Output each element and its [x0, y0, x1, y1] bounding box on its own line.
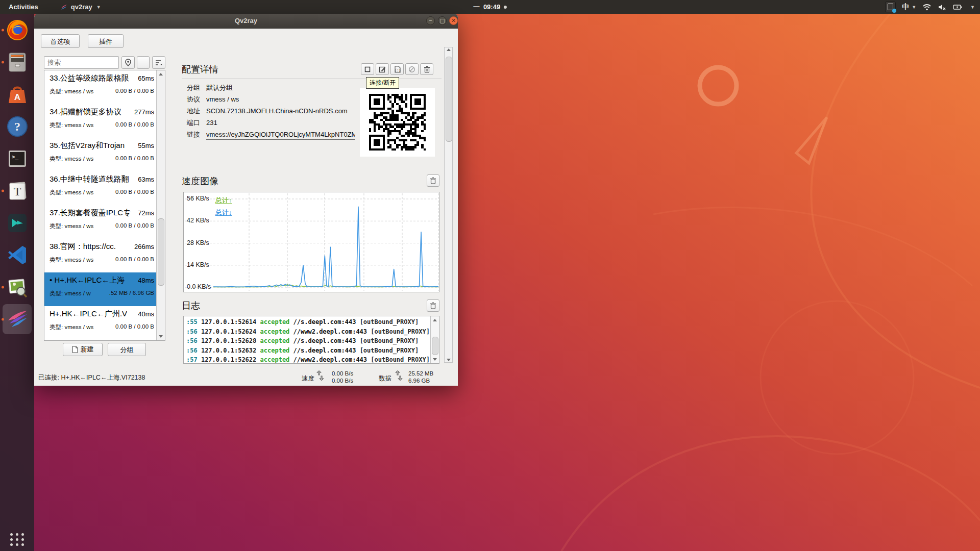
legend-total-download[interactable]: 总计↓ — [215, 208, 232, 217]
app-menu[interactable]: qv2ray ▼ — [60, 3, 101, 11]
field-value: 默认分组 — [206, 84, 233, 91]
activities-button[interactable]: Activities — [0, 0, 47, 14]
data-up-value: 25.52 MB — [408, 370, 433, 377]
scrollbar-thumb[interactable] — [446, 57, 452, 142]
dock-item-ubuntu-software[interactable]: A — [0, 78, 34, 110]
window-titlebar[interactable]: Qv2ray − ▢ ✕ — [34, 14, 458, 29]
server-name: 34.捐赠解锁更多协议 — [50, 107, 121, 117]
server-list-item[interactable]: 35.包括V2ray和Trojan55ms类型: vmess / ws0.00 … — [44, 138, 157, 171]
vscode-icon — [6, 243, 29, 267]
scroll-up-arrow-icon[interactable] — [157, 70, 165, 78]
server-list-item[interactable]: H+.HK←IPLC←广州.V40ms类型: vmess / ws0.00 B … — [44, 306, 157, 340]
scroll-up-arrow-icon[interactable] — [431, 316, 439, 324]
route-settings-button[interactable] — [405, 63, 419, 75]
y-axis-tick-label: 0.0 KB/s — [187, 283, 213, 290]
group-button[interactable]: 分组 — [108, 343, 146, 356]
speed-down-value: 0.00 B/s — [332, 377, 353, 384]
text-editor-icon: T — [6, 179, 29, 203]
server-list-scrollbar[interactable] — [156, 70, 165, 340]
plugins-label: 插件 — [99, 35, 112, 48]
server-ping: 277ms — [134, 108, 154, 116]
y-axis-tick-label: 28 KB/s — [187, 239, 213, 246]
clock-day: 一 — [473, 3, 480, 12]
clear-graph-button[interactable] — [427, 174, 439, 187]
dock-item-text-editor[interactable]: T — [0, 174, 34, 207]
show-applications-button[interactable] — [10, 533, 24, 546]
list-action-button[interactable] — [137, 56, 150, 69]
log-view[interactable]: :55 127.0.0.1:52614 accepted //s.deepl.c… — [183, 316, 439, 364]
qr-code — [360, 88, 435, 157]
edit-config-button[interactable] — [376, 63, 389, 75]
preferences-button[interactable]: 首选项 — [41, 34, 80, 48]
trash-icon — [424, 66, 430, 73]
close-button[interactable]: ✕ — [449, 16, 458, 25]
details-fields: 分组默认分组协议vmess / ws地址SCDN.72138.JMOFLH.Ch… — [187, 84, 355, 143]
battery-charging-icon[interactable] — [953, 3, 963, 11]
scroll-down-arrow-icon[interactable] — [445, 359, 452, 361]
dock-item-code-chevron-app[interactable] — [0, 207, 34, 239]
server-type: 类型: vmess / ws — [50, 155, 93, 163]
scrollbar-thumb[interactable] — [432, 337, 438, 355]
qv2ray-window: Qv2ray − ▢ ✕ 首选项 插件 33.公益等级線路嚴格限65ms类型: … — [34, 14, 458, 386]
scroll-down-arrow-icon[interactable] — [431, 356, 439, 363]
new-document-icon — [72, 346, 78, 353]
scroll-up-arrow-icon[interactable] — [445, 48, 452, 51]
log-scrollbar[interactable] — [430, 316, 439, 363]
connect-tooltip: 连接/断开 — [366, 77, 399, 89]
clock[interactable]: 一 09:49 — [473, 3, 507, 12]
sort-button[interactable] — [152, 56, 165, 69]
clear-log-button[interactable] — [427, 299, 439, 312]
connect-disconnect-button[interactable] — [361, 63, 374, 75]
server-list-item[interactable]: 38.官网：https://cc.266ms类型: vmess / ws0.00… — [44, 239, 157, 272]
dock-item-vscode[interactable] — [0, 239, 34, 271]
scroll-down-arrow-icon[interactable] — [157, 333, 165, 340]
server-list-item[interactable]: 36.中继中转隧道线路翻63ms类型: vmess / ws0.00 B / 0… — [44, 171, 157, 205]
language-indicator[interactable]: 中 ▼ — [902, 3, 916, 12]
up-down-arrows-icon — [395, 370, 404, 381]
up-down-arrows-icon — [316, 370, 325, 381]
log-section-title: 日志 — [182, 299, 200, 312]
plugins-button[interactable]: 插件 — [88, 34, 124, 48]
maximize-button[interactable]: ▢ — [438, 16, 447, 25]
wifi-icon[interactable] — [922, 3, 932, 11]
main-scrollbar[interactable] — [444, 47, 453, 363]
help-icon: ? — [6, 115, 29, 138]
dock-item-help[interactable]: ? — [0, 110, 34, 142]
server-list-item[interactable]: H+.HK←IPLC←广州.V — [44, 340, 157, 341]
server-list-item[interactable]: 37.长期套餐覆盖IPLC专72ms类型: vmess / ws0.00 B /… — [44, 205, 157, 239]
edit-json-button[interactable]: {:} — [390, 63, 404, 75]
field-label: 链接 — [187, 131, 202, 138]
server-traffic: 0.00 B / 0.00 B — [115, 155, 154, 163]
server-ping: 48ms — [138, 277, 154, 284]
input-method-icon[interactable] — [885, 2, 896, 12]
field-value[interactable]: vmess://eyJhZGQiOiJTQ0ROLjcyMTM4LkpNT0ZM… — [206, 131, 355, 140]
dock-item-terminal[interactable]: >_ — [0, 142, 34, 174]
ubuntu-software-icon: A — [6, 83, 29, 106]
legend-total-upload[interactable]: 总计↑ — [215, 196, 232, 205]
server-list-item[interactable]: • H+.HK←IPLC←上海48ms类型: vmess / w.52 MB /… — [44, 272, 157, 306]
detail-field-row: 地址SCDN.72138.JMOFLH.China-nCDN-nRDS.com — [187, 108, 355, 115]
dock-item-firefox[interactable] — [0, 14, 34, 46]
code-chevron-icon — [6, 211, 29, 235]
notification-dot-icon — [504, 6, 507, 9]
server-list-item[interactable]: 33.公益等级線路嚴格限65ms类型: vmess / ws0.00 B / 0… — [44, 70, 157, 104]
minimize-button[interactable]: − — [426, 16, 435, 25]
scrollbar-thumb[interactable] — [158, 218, 164, 286]
location-button[interactable] — [121, 56, 135, 69]
delete-config-button[interactable] — [420, 63, 433, 75]
y-axis-tick-label: 56 KB/s — [187, 195, 213, 202]
clock-time: 09:49 — [483, 3, 500, 11]
dock-item-file-cabinet[interactable] — [0, 46, 34, 78]
search-input[interactable] — [44, 56, 119, 69]
field-value: 231 — [206, 119, 217, 127]
new-config-button[interactable]: 新建 — [63, 343, 103, 356]
chevron-down-icon[interactable]: ▼ — [970, 5, 975, 10]
server-traffic: 0.00 B / 0.00 B — [115, 222, 154, 230]
server-traffic: 0.00 B / 0.00 B — [115, 189, 154, 196]
server-list-item[interactable]: 34.捐赠解锁更多协议277ms类型: vmess / ws0.00 B / 0… — [44, 104, 157, 138]
dock-item-image-viewer[interactable] — [0, 271, 34, 303]
server-traffic: 0.00 B / 0.00 B — [115, 121, 154, 129]
volume-muted-icon[interactable] — [938, 3, 947, 11]
data-values: 25.52 MB 6.96 GB — [408, 370, 433, 384]
dock-item-qv2ray[interactable] — [0, 303, 34, 335]
